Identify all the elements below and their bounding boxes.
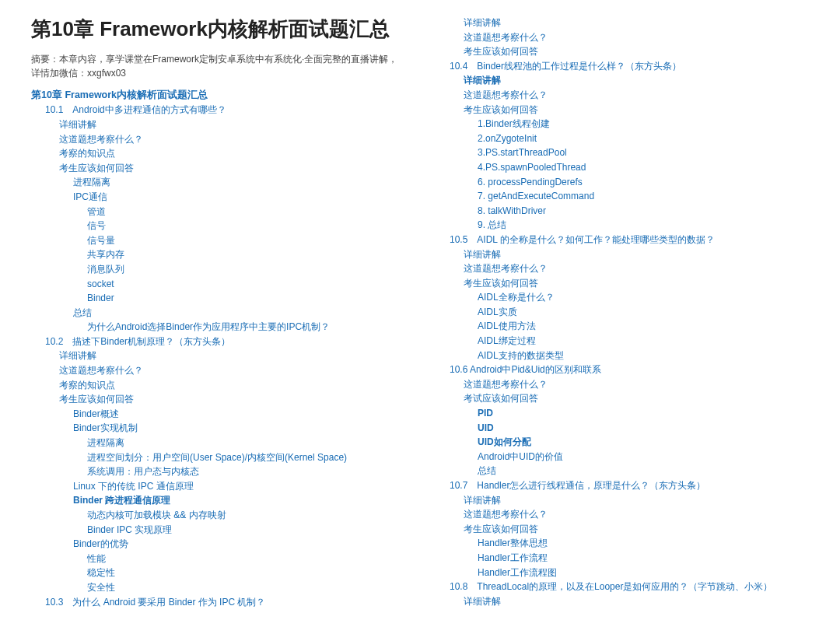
toc-link[interactable]: 考察的知识点 [59,378,404,393]
toc-link[interactable]: 信号量 [87,233,404,248]
toc-link[interactable]: Binder IPC 实现原理 [87,523,404,538]
toc-link[interactable]: 稳定性 [87,566,404,580]
toc-link[interactable]: 这道题想考察什么？ [464,507,809,522]
toc-link[interactable]: UID [478,421,809,436]
toc-link[interactable]: 性能 [87,552,404,566]
toc-link[interactable]: 9. 总结 [478,218,809,233]
toc-link[interactable]: 总结 [478,464,809,478]
toc-link[interactable]: Binder 跨进程通信原理 [73,493,404,508]
toc-link[interactable]: 第10章 Framework内核解析面试题汇总 [31,88,404,103]
toc-link[interactable]: 10.7 Handler怎么进行线程通信，原理是什么？（东方头条） [450,478,809,493]
toc-link[interactable]: 考生应该如何回答 [59,392,404,407]
toc-link[interactable]: 考生应该如何回答 [464,103,809,117]
toc-link[interactable]: 消息队列 [87,262,404,277]
toc-link[interactable]: AIDL全称是什么？ [478,290,809,305]
toc-link[interactable]: 详细讲解 [59,349,404,363]
toc-link[interactable]: AIDL使用方法 [478,319,809,334]
table-of-contents: 第10章 Framework内核解析面试题汇总10.1 Android中多进程通… [31,16,840,618]
toc-link[interactable]: 考察的知识点 [59,146,404,161]
toc-link[interactable]: 这道题想考察什么？ [464,377,809,392]
toc-link[interactable]: AIDL实质 [478,305,809,320]
toc-link[interactable]: 管道 [87,205,404,219]
toc-link[interactable]: 10.2 描述下Binder机制原理？（东方头条） [45,335,404,349]
toc-link[interactable]: 这道题想考察什么？ [464,261,809,276]
toc-link[interactable]: AIDL绑定过程 [478,334,809,349]
toc-link[interactable]: 这道题想考察什么？ [59,132,404,147]
toc-link[interactable]: 10.4 Binder线程池的工作过程是什么样？（东方头条） [450,59,809,74]
toc-link[interactable]: 7. getAndExecuteCommand [478,189,809,204]
toc-link[interactable]: Handler工作流程 [478,551,809,566]
toc-link[interactable]: Binder概述 [73,407,404,422]
toc-link[interactable]: Android中UID的价值 [478,450,809,464]
toc-link[interactable]: 考生应该如何回答 [464,276,809,291]
toc-link[interactable]: 详细讲解 [464,594,809,609]
toc-link[interactable]: 详细讲解 [464,73,809,88]
toc-link[interactable]: 进程隔离 [73,175,404,190]
toc-link[interactable]: 6. processPendingDerefs [478,175,809,190]
toc-link[interactable]: 信号 [87,219,404,233]
toc-link[interactable]: 10.5 AIDL 的全称是什么？如何工作？能处理哪些类型的数据？ [450,233,809,247]
toc-link[interactable]: Binder实现机制 [73,421,404,436]
toc-link[interactable]: 详细讲解 [59,117,404,132]
toc-link[interactable]: 这道题想考察什么？ [59,363,404,378]
toc-link[interactable]: 进程空间划分：用户空间(User Space)/内核空间(Kernel Spac… [87,450,404,465]
toc-link[interactable]: 8. talkWithDriver [478,204,809,219]
toc-link[interactable]: 考生应该如何回答 [59,161,404,176]
toc-link[interactable]: UID如何分配 [478,435,809,450]
toc-link[interactable]: 详细讲解 [464,493,809,508]
toc-link[interactable]: Binder的优势 [73,537,404,552]
toc-link[interactable]: AIDL支持的数据类型 [478,349,809,363]
toc-link[interactable]: Handler工作流程图 [478,566,809,580]
page-title: 第10章 Framework内核解析面试题汇总 [31,16,404,43]
toc-link[interactable]: 系统调用：用户态与内核态 [87,464,404,479]
summary-text: 摘要：本章内容，享学课堂在Framework定制安卓系统中有系统化·全面完整的直… [31,52,404,80]
toc-link[interactable]: 考生应该如何回答 [464,44,809,59]
toc-link[interactable]: Handler整体思想 [478,536,809,551]
toc-link[interactable]: 动态内核可加载模块 && 内存映射 [87,508,404,523]
toc-link[interactable]: 10.8 ThreadLocal的原理，以及在Looper是如何应用的？（字节跳… [450,580,809,594]
toc-link[interactable]: 3.PS.startThreadPool [478,145,809,160]
toc-link[interactable]: Binder [87,291,404,306]
toc-link[interactable]: 1.Binder线程创建 [478,117,809,131]
toc-link[interactable]: 详细讲解 [464,247,809,262]
toc-link[interactable]: 进程隔离 [87,436,404,450]
toc-link[interactable]: 详细讲解 [464,16,809,30]
toc-link[interactable]: 为什么Android选择Binder作为应用程序中主要的IPC机制？ [87,320,404,335]
toc-link[interactable]: 这道题想考察什么？ [464,88,809,103]
toc-link[interactable]: socket [87,277,404,292]
toc-link[interactable]: 安全性 [87,580,404,595]
toc-link[interactable]: 总结 [73,306,404,321]
toc-link[interactable]: 4.PS.spawnPooledThread [478,160,809,175]
toc-link[interactable]: 2.onZygoteInit [478,131,809,146]
toc-link[interactable]: 这道题想考察什么？ [464,30,809,45]
toc-link[interactable]: Linux 下的传统 IPC 通信原理 [73,479,404,494]
toc-link[interactable]: IPC通信 [73,190,404,205]
toc-link[interactable]: 考生应该如何回答 [464,522,809,537]
toc-link[interactable]: 10.3 为什么 Android 要采用 Binder 作为 IPC 机制？ [45,595,404,610]
toc-link[interactable]: 10.6 Android中Pid&Uid的区别和联系 [450,363,809,377]
toc-link[interactable]: 10.1 Android中多进程通信的方式有哪些？ [45,103,404,117]
toc-link[interactable]: 考试应该如何回答 [464,391,809,406]
toc-link[interactable]: PID [478,406,809,421]
toc-link[interactable]: 共享内存 [87,247,404,262]
